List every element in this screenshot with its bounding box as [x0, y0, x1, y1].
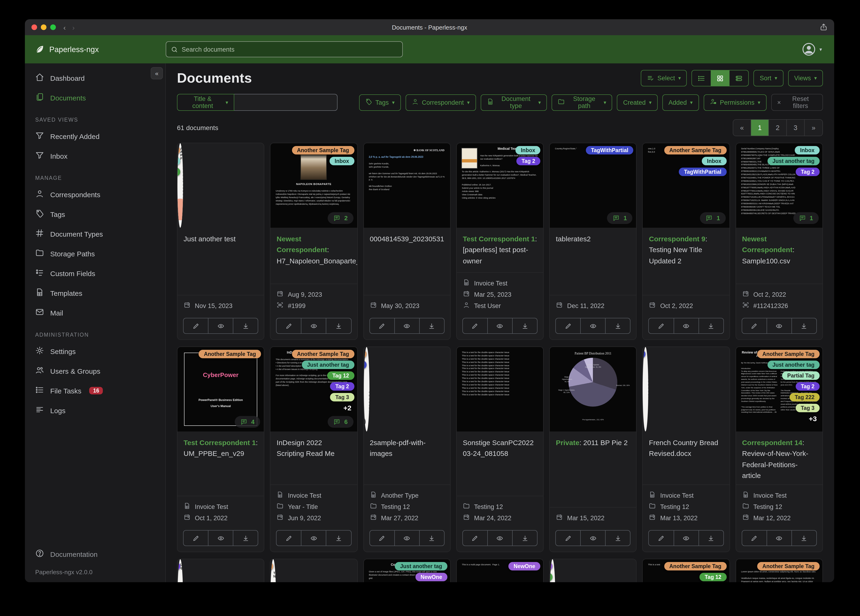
- card-correspondent[interactable]: Newest Correspondent: [277, 235, 327, 254]
- document-card[interactable]: Review of New York Federal Petitions of …: [735, 347, 823, 552]
- filter-permissions-button[interactable]: Permissions▾: [703, 94, 766, 111]
- edit-document-button[interactable]: [183, 530, 209, 546]
- brand[interactable]: Paperless-ngx: [25, 44, 166, 55]
- tag-pill[interactable]: Tag 2: [177, 562, 180, 570]
- download-document-button[interactable]: [698, 318, 723, 334]
- download-document-button[interactable]: [605, 530, 631, 546]
- download-document-button[interactable]: [233, 530, 258, 546]
- tag-pill[interactable]: Inbox: [516, 146, 540, 154]
- edit-document-button[interactable]: [648, 530, 674, 546]
- filter-correspondent-button[interactable]: Correspondent▾: [405, 94, 476, 111]
- document-card[interactable]: Patient BP Distribution 2011Isolated Sys…: [549, 347, 637, 552]
- preview-document-button[interactable]: [301, 318, 326, 334]
- tag-pill[interactable]: Tag 2: [796, 382, 820, 391]
- tag-pill[interactable]: Inbox: [795, 146, 820, 154]
- document-card[interactable]: Lorem ipsumLorem ipsum dolor sit amet, c…: [177, 559, 265, 582]
- download-document-button[interactable]: [419, 318, 444, 334]
- comment-count-badge[interactable]: 1: [700, 212, 725, 224]
- document-thumbnail[interactable]: one,1.0 five,5.0Another Sample TagInboxT…: [643, 143, 730, 228]
- edit-document-button[interactable]: [741, 318, 767, 334]
- tag-pill[interactable]: Another Sample Tag: [271, 562, 273, 570]
- comment-count-badge[interactable]: 2: [328, 212, 353, 224]
- tag-pill[interactable]: Another Sample Tag: [292, 350, 354, 358]
- document-card[interactable]: InDesign Scripting DocumentationThis doc…: [270, 347, 358, 552]
- tag-pill[interactable]: TagWithPartial: [586, 146, 634, 154]
- zoom-window-button[interactable]: [50, 24, 56, 30]
- document-card[interactable]: Adobe Acrobat PDF FilesAdobe® Portable D…: [177, 143, 265, 340]
- preview-document-button[interactable]: [767, 530, 792, 546]
- sidebar-item-recently-added[interactable]: Recently Added: [25, 126, 165, 146]
- tag-pill[interactable]: Tag 12: [700, 573, 727, 581]
- tag-pill[interactable]: Just another tag: [767, 157, 820, 165]
- card-correspondent[interactable]: Correspondent 9: [649, 235, 705, 243]
- document-card[interactable]: This is a testAnother Sample TagTag 12: [642, 559, 730, 582]
- document-card[interactable]: CyberPowerPowerPanel® Business EditionUs…: [177, 347, 265, 552]
- tag-pill[interactable]: Another Sample Tag: [292, 146, 354, 154]
- document-thumbnail[interactable]: Contact Sheet DemoGiven a set of image f…: [364, 559, 450, 582]
- preview-document-button[interactable]: [580, 318, 606, 334]
- tag-pill[interactable]: Just another tag: [767, 361, 820, 369]
- select-button[interactable]: Select▾: [641, 70, 687, 86]
- card-correspondent[interactable]: Newest Correspondent: [742, 235, 793, 254]
- pagination-page-3[interactable]: 3: [787, 120, 805, 136]
- document-thumbnail[interactable]: Serial Number,Company Name,Employ 978818…: [736, 143, 822, 228]
- tag-pill[interactable]: TagWithPartial: [679, 168, 727, 176]
- pagination-prev[interactable]: «: [733, 120, 751, 136]
- edit-document-button[interactable]: [741, 530, 767, 546]
- document-thumbnail[interactable]: This is a test for the double space char…: [457, 347, 543, 432]
- document-card[interactable]: Contact Sheet DemoGiven a set of image f…: [363, 559, 450, 582]
- sidebar-item-storage-paths[interactable]: Storage Paths: [25, 244, 165, 263]
- document-card[interactable]: This is a multi page document. Page 1.Ne…: [456, 559, 544, 582]
- edit-document-button[interactable]: [369, 318, 395, 334]
- view-cards-button[interactable]: [730, 71, 749, 86]
- tag-pill[interactable]: Another Sample Tag: [664, 562, 727, 570]
- edit-document-button[interactable]: [276, 318, 301, 334]
- document-thumbnail[interactable]: Adobe Acrobat PDF FilesAdobe® Portable D…: [177, 143, 183, 228]
- preview-document-button[interactable]: [767, 318, 792, 334]
- filter-storage-path-button[interactable]: Storage path▾: [552, 94, 612, 111]
- close-window-button[interactable]: [31, 24, 37, 30]
- tag-pill[interactable]: Another Sample Tag: [757, 562, 820, 570]
- edit-document-button[interactable]: [369, 530, 395, 546]
- download-document-button[interactable]: [791, 318, 817, 334]
- document-card[interactable]: NAPOLEON BONAPARTEUrodzony w 1769 roku n…: [270, 143, 358, 340]
- tag-pill[interactable]: Partial Tag: [782, 371, 820, 380]
- tag-pill[interactable]: Another Sample Tag: [364, 350, 366, 358]
- tag-pill[interactable]: Just another tag: [302, 361, 354, 369]
- preview-document-button[interactable]: [673, 530, 699, 546]
- share-icon[interactable]: [820, 23, 828, 31]
- tag-pill[interactable]: TagWithPartial: [364, 361, 366, 369]
- tag-pill[interactable]: TagWithPartial: [643, 350, 646, 358]
- document-card[interactable]: Lorem ipsumLorem ipsum dolor sit amet, c…: [735, 559, 823, 582]
- edit-document-button[interactable]: [556, 530, 581, 546]
- document-thumbnail[interactable]: Review of New York Federal Petitions of …: [736, 347, 822, 432]
- download-document-button[interactable]: [326, 318, 352, 334]
- document-thumbnail[interactable]: NAPOLEON BONAPARTEUrodzony w 1769 roku n…: [271, 143, 357, 228]
- comment-count-badge[interactable]: 1: [793, 212, 819, 224]
- tag-pill[interactable]: NewOne: [550, 562, 552, 570]
- tag-pill[interactable]: Tag 222: [789, 393, 820, 401]
- document-card[interactable]: Curabitur bibendum ante urna, sed blandi…: [363, 347, 450, 552]
- preview-document-button[interactable]: [394, 318, 419, 334]
- download-document-button[interactable]: [791, 530, 817, 546]
- preview-document-button[interactable]: [394, 530, 419, 546]
- document-thumbnail[interactable]: This is a testAnother Sample TagTag 12: [643, 559, 730, 582]
- preview-document-button[interactable]: [487, 318, 513, 334]
- search-input[interactable]: [182, 46, 398, 53]
- tag-pill[interactable]: Another Sample Tag: [177, 146, 180, 154]
- document-thumbnail[interactable]: This is a multi page document. Page 1.Ne…: [457, 559, 543, 582]
- sidebar-item-documentation[interactable]: Documentation: [25, 544, 165, 564]
- tag-pill[interactable]: Tag 12: [177, 168, 180, 176]
- view-grid-button[interactable]: [711, 71, 730, 86]
- tag-pill[interactable]: Another Sample Tag: [757, 350, 820, 358]
- global-search[interactable]: [166, 41, 403, 57]
- sidebar-item-logs[interactable]: Logs: [25, 401, 165, 420]
- filter-created-button[interactable]: Created▾: [617, 94, 658, 111]
- tag-pill[interactable]: Inbox: [702, 157, 727, 165]
- document-card[interactable]: The SATPracticeTest #1Make time to take …: [549, 559, 637, 582]
- minimize-window-button[interactable]: [41, 24, 47, 30]
- sidebar-item-file-tasks[interactable]: File Tasks16: [25, 381, 165, 401]
- document-card[interactable]: French Country Bread For the Leaven 1 he…: [642, 347, 730, 552]
- document-thumbnail[interactable]: Lorem ipsumLorem ipsum dolor sit amet, c…: [177, 559, 183, 582]
- document-card[interactable]: Medical TeacherHas the new Kirkpatrick g…: [456, 143, 544, 340]
